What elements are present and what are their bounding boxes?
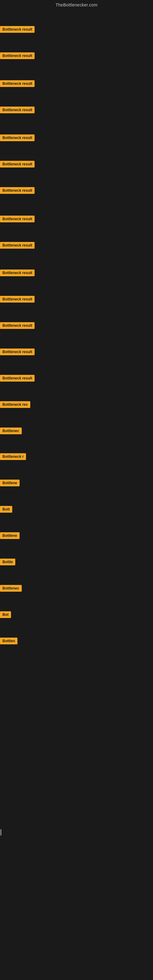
badge-row-14: Bottleneck result: [0, 375, 35, 383]
badge-row-12: Bottleneck result: [0, 322, 35, 330]
badge-row-21: Bottle: [0, 558, 15, 566]
bottleneck-badge-8[interactable]: Bottleneck result: [0, 216, 35, 222]
bottleneck-badge-3[interactable]: Bottleneck result: [0, 80, 35, 87]
bottleneck-badge-1[interactable]: Bottleneck result: [0, 26, 35, 33]
bottleneck-badge-23[interactable]: Bot: [0, 611, 11, 618]
bottleneck-badge-2[interactable]: Bottleneck result: [0, 52, 35, 59]
badge-row-17: Bottleneck r: [0, 453, 26, 461]
bottleneck-badge-15[interactable]: Bottleneck res: [0, 401, 30, 408]
badge-row-2: Bottleneck result: [0, 52, 35, 60]
badge-row-4: Bottleneck result: [0, 107, 35, 115]
badge-row-20: Bottlene: [0, 532, 19, 540]
bottleneck-badge-7[interactable]: Bottleneck result: [0, 187, 35, 194]
bottleneck-badge-12[interactable]: Bottleneck result: [0, 322, 35, 329]
bottleneck-badge-11[interactable]: Bottleneck result: [0, 296, 35, 302]
badge-row-8: Bottleneck result: [0, 216, 35, 224]
bottleneck-badge-4[interactable]: Bottleneck result: [0, 107, 35, 113]
bottleneck-badge-20[interactable]: Bottlene: [0, 532, 19, 539]
badge-row-24: Bottlen: [0, 638, 18, 646]
badge-row-10: Bottleneck result: [0, 269, 35, 277]
bottleneck-badge-9[interactable]: Bottleneck result: [0, 242, 35, 249]
bottleneck-badge-5[interactable]: Bottleneck result: [0, 134, 35, 141]
badge-row-13: Bottleneck result: [0, 348, 35, 356]
text-cursor: [1, 829, 1, 835]
badge-row-23: Bot: [0, 611, 11, 619]
badge-row-3: Bottleneck result: [0, 80, 35, 88]
badge-row-9: Bottleneck result: [0, 242, 35, 250]
bottleneck-badge-18[interactable]: Bottlene: [0, 480, 19, 486]
bottleneck-badge-21[interactable]: Bottle: [0, 558, 15, 565]
bottleneck-badge-16[interactable]: Bottlenec: [0, 428, 22, 434]
bottleneck-badge-13[interactable]: Bottleneck result: [0, 348, 35, 355]
badge-row-19: Bott: [0, 506, 12, 514]
site-title: TheBottlenecker.com: [0, 0, 153, 9]
bottleneck-badge-10[interactable]: Bottleneck result: [0, 269, 35, 276]
bottleneck-badge-6[interactable]: Bottleneck result: [0, 161, 35, 167]
bottleneck-badge-14[interactable]: Bottleneck result: [0, 375, 35, 382]
badge-row-6: Bottleneck result: [0, 161, 35, 169]
badge-row-16: Bottlenec: [0, 428, 22, 436]
badge-row-11: Bottleneck result: [0, 296, 35, 304]
badge-row-22: Bottlenec: [0, 585, 22, 593]
badge-row-18: Bottlene: [0, 480, 19, 488]
bottleneck-badge-24[interactable]: Bottlen: [0, 638, 18, 644]
bottleneck-badge-17[interactable]: Bottleneck r: [0, 453, 26, 460]
bottleneck-badge-19[interactable]: Bott: [0, 506, 12, 513]
badge-row-15: Bottleneck res: [0, 401, 30, 409]
badge-row-5: Bottleneck result: [0, 134, 35, 142]
badge-row-7: Bottleneck result: [0, 187, 35, 195]
bottleneck-badge-22[interactable]: Bottlenec: [0, 585, 22, 592]
badge-row-1: Bottleneck result: [0, 26, 35, 34]
